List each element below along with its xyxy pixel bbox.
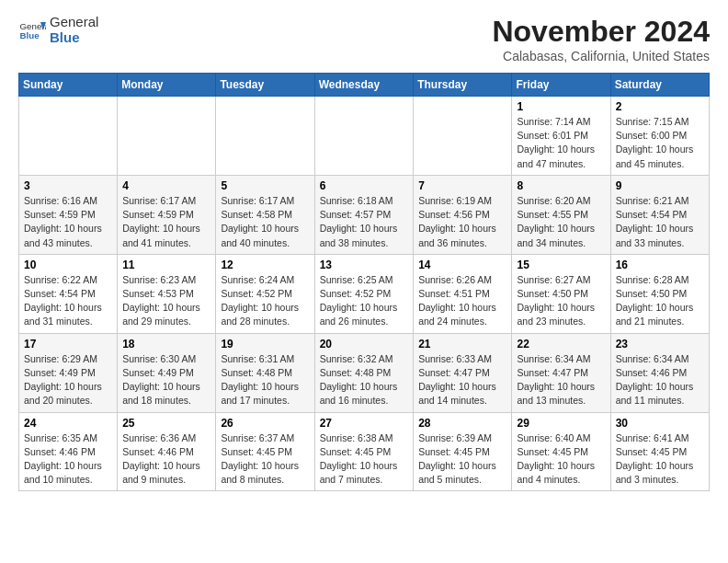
day-number: 28 — [418, 417, 506, 430]
calendar-cell: 18Sunrise: 6:30 AMSunset: 4:49 PMDayligh… — [118, 333, 216, 412]
calendar-cell: 9Sunrise: 6:21 AMSunset: 4:54 PMDaylight… — [610, 175, 709, 254]
day-number: 10 — [24, 259, 112, 271]
day-info: Sunrise: 6:16 AMSunset: 4:59 PMDaylight:… — [24, 194, 112, 250]
calendar-cell: 10Sunrise: 6:22 AMSunset: 4:54 PMDayligh… — [19, 254, 118, 333]
calendar-cell — [314, 97, 414, 176]
day-info: Sunrise: 7:15 AMSunset: 6:00 PMDaylight:… — [616, 115, 704, 171]
day-info: Sunrise: 6:17 AMSunset: 4:58 PMDaylight:… — [221, 194, 309, 250]
day-info: Sunrise: 6:19 AMSunset: 4:56 PMDaylight:… — [418, 194, 506, 250]
day-info: Sunrise: 6:17 AMSunset: 4:59 PMDaylight:… — [122, 194, 210, 250]
calendar-cell: 30Sunrise: 6:41 AMSunset: 4:45 PMDayligh… — [610, 412, 709, 491]
day-info: Sunrise: 6:26 AMSunset: 4:51 PMDaylight:… — [418, 273, 506, 329]
calendar-cell: 11Sunrise: 6:23 AMSunset: 4:53 PMDayligh… — [118, 254, 216, 333]
logo-general-text: General — [50, 15, 98, 30]
day-info: Sunrise: 6:31 AMSunset: 4:48 PMDaylight:… — [221, 352, 309, 408]
calendar-cell: 27Sunrise: 6:38 AMSunset: 4:45 PMDayligh… — [314, 412, 414, 491]
day-number: 23 — [616, 338, 704, 350]
day-number: 25 — [122, 417, 210, 430]
day-number: 24 — [24, 417, 112, 430]
day-info: Sunrise: 6:32 AMSunset: 4:48 PMDaylight:… — [320, 352, 409, 408]
calendar-cell: 23Sunrise: 6:34 AMSunset: 4:46 PMDayligh… — [610, 333, 709, 412]
day-number: 9 — [616, 179, 704, 192]
day-info: Sunrise: 6:24 AMSunset: 4:52 PMDaylight:… — [221, 273, 309, 329]
day-info: Sunrise: 6:40 AMSunset: 4:45 PMDaylight:… — [517, 431, 605, 488]
title-block: November 2024 Calabasas, California, Uni… — [492, 15, 710, 63]
calendar-cell: 28Sunrise: 6:39 AMSunset: 4:45 PMDayligh… — [414, 412, 512, 491]
calendar-cell: 29Sunrise: 6:40 AMSunset: 4:45 PMDayligh… — [512, 412, 610, 491]
logo-blue-text: Blue — [50, 30, 98, 46]
day-info: Sunrise: 6:34 AMSunset: 4:47 PMDaylight:… — [517, 352, 605, 408]
calendar-cell: 19Sunrise: 6:31 AMSunset: 4:48 PMDayligh… — [216, 333, 314, 412]
day-number: 27 — [320, 417, 409, 430]
calendar-cell: 20Sunrise: 6:32 AMSunset: 4:48 PMDayligh… — [314, 333, 414, 412]
day-number: 4 — [122, 179, 210, 192]
day-number: 8 — [517, 179, 605, 192]
day-number: 1 — [517, 100, 605, 113]
day-number: 14 — [418, 259, 506, 271]
calendar-cell — [414, 97, 512, 176]
day-number: 17 — [24, 338, 112, 350]
calendar-cell: 8Sunrise: 6:20 AMSunset: 4:55 PMDaylight… — [512, 175, 610, 254]
calendar-cell: 24Sunrise: 6:35 AMSunset: 4:46 PMDayligh… — [19, 412, 118, 491]
day-number: 29 — [517, 417, 605, 430]
calendar-cell: 2Sunrise: 7:15 AMSunset: 6:00 PMDaylight… — [610, 97, 709, 176]
day-info: Sunrise: 6:41 AMSunset: 4:45 PMDaylight:… — [616, 431, 704, 488]
weekday-header-wednesday: Wednesday — [314, 74, 414, 97]
day-number: 20 — [320, 338, 409, 350]
week-row-4: 17Sunrise: 6:29 AMSunset: 4:49 PMDayligh… — [19, 333, 710, 412]
calendar-cell: 21Sunrise: 6:33 AMSunset: 4:47 PMDayligh… — [414, 333, 512, 412]
calendar-table: SundayMondayTuesdayWednesdayThursdayFrid… — [18, 73, 710, 491]
day-info: Sunrise: 6:23 AMSunset: 4:53 PMDaylight:… — [122, 273, 210, 329]
day-number: 19 — [221, 338, 309, 350]
day-number: 5 — [221, 179, 309, 192]
week-row-3: 10Sunrise: 6:22 AMSunset: 4:54 PMDayligh… — [19, 254, 710, 333]
calendar-cell — [216, 97, 314, 176]
day-info: Sunrise: 6:21 AMSunset: 4:54 PMDaylight:… — [616, 194, 704, 250]
day-info: Sunrise: 6:29 AMSunset: 4:49 PMDaylight:… — [24, 352, 112, 408]
calendar-cell: 25Sunrise: 6:36 AMSunset: 4:46 PMDayligh… — [118, 412, 216, 491]
day-number: 11 — [122, 259, 210, 271]
day-number: 12 — [221, 259, 309, 271]
weekday-header-friday: Friday — [512, 74, 610, 97]
week-row-1: 1Sunrise: 7:14 AMSunset: 6:01 PMDaylight… — [19, 97, 710, 176]
day-info: Sunrise: 6:27 AMSunset: 4:50 PMDaylight:… — [517, 273, 605, 329]
day-number: 30 — [616, 417, 704, 430]
weekday-header-thursday: Thursday — [414, 74, 512, 97]
weekday-header-tuesday: Tuesday — [216, 74, 314, 97]
day-info: Sunrise: 6:20 AMSunset: 4:55 PMDaylight:… — [517, 194, 605, 250]
calendar-cell: 16Sunrise: 6:28 AMSunset: 4:50 PMDayligh… — [610, 254, 709, 333]
day-info: Sunrise: 6:35 AMSunset: 4:46 PMDaylight:… — [24, 431, 112, 488]
calendar-cell: 13Sunrise: 6:25 AMSunset: 4:52 PMDayligh… — [314, 254, 414, 333]
calendar-cell: 14Sunrise: 6:26 AMSunset: 4:51 PMDayligh… — [414, 254, 512, 333]
day-info: Sunrise: 6:18 AMSunset: 4:57 PMDaylight:… — [320, 194, 409, 250]
calendar-cell: 17Sunrise: 6:29 AMSunset: 4:49 PMDayligh… — [19, 333, 118, 412]
calendar-cell: 7Sunrise: 6:19 AMSunset: 4:56 PMDaylight… — [414, 175, 512, 254]
weekday-header-monday: Monday — [118, 74, 216, 97]
day-number: 26 — [221, 417, 309, 430]
calendar-cell: 1Sunrise: 7:14 AMSunset: 6:01 PMDaylight… — [512, 97, 610, 176]
day-info: Sunrise: 7:14 AMSunset: 6:01 PMDaylight:… — [517, 115, 605, 171]
day-number: 13 — [320, 259, 409, 271]
week-row-5: 24Sunrise: 6:35 AMSunset: 4:46 PMDayligh… — [19, 412, 710, 491]
day-info: Sunrise: 6:22 AMSunset: 4:54 PMDaylight:… — [24, 273, 112, 329]
weekday-header-row: SundayMondayTuesdayWednesdayThursdayFrid… — [19, 74, 710, 97]
location-subtitle: Calabasas, California, United States — [492, 49, 710, 63]
logo-text: General Blue — [50, 15, 98, 45]
day-info: Sunrise: 6:37 AMSunset: 4:45 PMDaylight:… — [221, 431, 309, 488]
day-info: Sunrise: 6:36 AMSunset: 4:46 PMDaylight:… — [122, 431, 210, 488]
day-number: 22 — [517, 338, 605, 350]
svg-text:Blue: Blue — [20, 30, 40, 40]
day-info: Sunrise: 6:28 AMSunset: 4:50 PMDaylight:… — [616, 273, 704, 329]
calendar-cell: 5Sunrise: 6:17 AMSunset: 4:58 PMDaylight… — [216, 175, 314, 254]
calendar-cell: 15Sunrise: 6:27 AMSunset: 4:50 PMDayligh… — [512, 254, 610, 333]
day-number: 3 — [24, 179, 112, 192]
day-info: Sunrise: 6:33 AMSunset: 4:47 PMDaylight:… — [418, 352, 506, 408]
weekday-header-sunday: Sunday — [19, 74, 118, 97]
calendar-cell — [19, 97, 118, 176]
day-number: 18 — [122, 338, 210, 350]
calendar-cell: 3Sunrise: 6:16 AMSunset: 4:59 PMDaylight… — [19, 175, 118, 254]
calendar-cell: 4Sunrise: 6:17 AMSunset: 4:59 PMDaylight… — [118, 175, 216, 254]
day-info: Sunrise: 6:30 AMSunset: 4:49 PMDaylight:… — [122, 352, 210, 408]
day-info: Sunrise: 6:38 AMSunset: 4:45 PMDaylight:… — [320, 431, 409, 488]
week-row-2: 3Sunrise: 6:16 AMSunset: 4:59 PMDaylight… — [19, 175, 710, 254]
